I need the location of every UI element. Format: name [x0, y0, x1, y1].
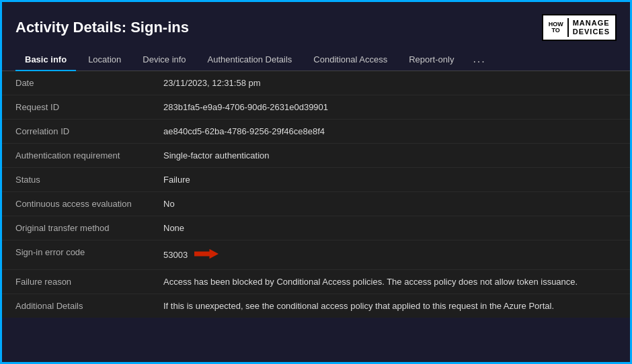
- tab-authentication-details[interactable]: Authentication Details: [198, 49, 302, 71]
- row-label: Correlation ID: [2, 120, 150, 144]
- tab-bar: Basic info Location Device info Authenti…: [2, 48, 630, 71]
- table-row: Original transfer methodNone: [2, 216, 630, 240]
- row-value: 53003: [150, 240, 630, 269]
- page-title: Activity Details: Sign-ins: [15, 19, 189, 36]
- row-label: Date: [2, 71, 150, 95]
- logo-manage-devices: MANAGE DEVICES: [573, 19, 610, 36]
- logo-how-to: HOW TO: [549, 21, 563, 34]
- row-value: If this is unexpected, see the condition…: [150, 294, 630, 318]
- content-area: Date23/11/2023, 12:31:58 pmRequest ID283…: [2, 71, 630, 318]
- row-label: Request ID: [2, 95, 150, 120]
- row-label: Status: [2, 168, 150, 192]
- row-label: Original transfer method: [2, 216, 150, 240]
- row-value: Access has been blocked by Conditional A…: [150, 270, 630, 294]
- arrow-icon: [194, 247, 219, 263]
- row-value: ae840cd5-62ba-4786-9256-29f46ce8e8f4: [150, 120, 630, 144]
- header: Activity Details: Sign-ins HOW TO MANAGE…: [2, 2, 630, 48]
- details-table: Date23/11/2023, 12:31:58 pmRequest ID283…: [2, 71, 630, 318]
- table-row: Correlation IDae840cd5-62ba-4786-9256-29…: [2, 120, 630, 144]
- logo-divider: [567, 18, 569, 37]
- table-row: Failure reasonAccess has been blocked by…: [2, 270, 630, 294]
- tab-report-only[interactable]: Report-only: [399, 49, 463, 71]
- table-row: Authentication requirementSingle-factor …: [2, 144, 630, 168]
- row-value: None: [150, 216, 630, 240]
- row-label: Additional Details: [2, 294, 150, 318]
- row-label: Authentication requirement: [2, 144, 150, 168]
- table-row: Date23/11/2023, 12:31:58 pm: [2, 71, 630, 95]
- table-row: Sign-in error code53003: [2, 240, 630, 270]
- table-row: StatusFailure: [2, 168, 630, 192]
- tabs-more-button[interactable]: ...: [466, 48, 492, 71]
- tab-basic-info[interactable]: Basic info: [15, 49, 76, 71]
- table-row: Additional DetailsIf this is unexpected,…: [2, 294, 630, 318]
- logo: HOW TO MANAGE DEVICES: [542, 14, 617, 41]
- row-value: Failure: [150, 168, 630, 192]
- table-row: Continuous access evaluationNo: [2, 192, 630, 216]
- tab-device-info[interactable]: Device info: [133, 49, 195, 71]
- row-label: Sign-in error code: [2, 240, 150, 270]
- row-label: Continuous access evaluation: [2, 192, 150, 216]
- svg-marker-0: [194, 249, 219, 259]
- app-window: Activity Details: Sign-ins HOW TO MANAGE…: [0, 0, 632, 364]
- tab-location[interactable]: Location: [79, 49, 130, 71]
- row-label: Failure reason: [2, 270, 150, 294]
- tab-conditional-access[interactable]: Conditional Access: [304, 49, 397, 71]
- row-value: No: [150, 192, 630, 216]
- row-value: Single-factor authentication: [150, 144, 630, 168]
- table-row: Request ID283b1fa5-e9a9-4706-90d6-2631e0…: [2, 95, 630, 120]
- row-value: 23/11/2023, 12:31:58 pm: [150, 71, 630, 95]
- row-value: 283b1fa5-e9a9-4706-90d6-2631e0d39901: [150, 95, 630, 120]
